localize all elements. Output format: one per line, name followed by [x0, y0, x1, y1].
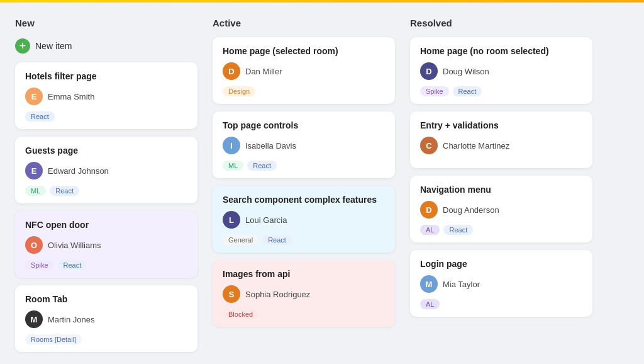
- card-user: DDan Miller: [223, 62, 385, 80]
- user-name: Emma Smith: [48, 92, 94, 101]
- user-name: Mia Taylor: [443, 280, 480, 289]
- card-top-page-controls[interactable]: Top page controlsIIsabella DavisMLReact: [213, 111, 395, 178]
- user-name: Edward Johnson: [48, 166, 109, 176]
- card-title: Home page (selected room): [223, 46, 385, 56]
- card-tags: Design: [223, 86, 385, 96]
- avatar: D: [223, 62, 240, 80]
- avatar: C: [420, 137, 438, 154]
- user-name: Doug Wilson: [443, 67, 489, 76]
- card-user: OOlivia Williams: [25, 236, 187, 254]
- card-user: EEmma Smith: [25, 88, 187, 105]
- tag: React: [453, 86, 482, 96]
- card-title: Guests page: [25, 145, 187, 156]
- card-search-complex[interactable]: Search component complex featuresLLoui G…: [213, 186, 395, 253]
- card-images-api[interactable]: Images from apiSSophia RodriguezBlocked: [213, 260, 395, 327]
- kanban-board: New + New item Hotels filter pageEEmma S…: [0, 0, 644, 364]
- card-entry-validations[interactable]: Entry + validationsCCharlotte Martinez: [410, 111, 592, 168]
- card-nfc-open-door[interactable]: NFC open doorOOlivia WilliamsSpikeReact: [15, 211, 197, 278]
- avatar: I: [223, 137, 240, 154]
- user-name: Dan Miller: [245, 67, 282, 76]
- new-item-label: New item: [35, 41, 72, 51]
- card-user: SSophia Rodriguez: [223, 285, 385, 303]
- avatar: E: [25, 162, 43, 179]
- tag: React: [247, 161, 277, 171]
- card-navigation-menu[interactable]: Navigation menuDDoug AndersonALReact: [410, 176, 592, 242]
- tag: React: [25, 111, 55, 122]
- card-guests-page[interactable]: Guests pageEEdward JohnsonMLReact: [15, 137, 197, 203]
- user-name: Martin Jones: [48, 315, 94, 324]
- tag: AL: [420, 299, 440, 309]
- card-title: Navigation menu: [420, 185, 582, 195]
- card-tags: GeneralReact: [223, 235, 385, 245]
- card-title: Search component complex features: [223, 195, 385, 205]
- card-room-tab[interactable]: Room TabMMartin JonesRooms [Detail]: [15, 285, 197, 352]
- card-user: MMartin Jones: [25, 310, 187, 328]
- user-name: Sophia Rodriguez: [245, 290, 310, 299]
- card-tags: MLReact: [25, 186, 187, 196]
- user-name: Isabella Davis: [245, 141, 296, 151]
- tag: Blocked: [223, 309, 258, 319]
- tag: General: [223, 235, 258, 245]
- card-user: CCharlotte Martinez: [420, 137, 582, 154]
- card-user: DDoug Anderson: [420, 201, 582, 219]
- new-item-button[interactable]: + New item: [15, 37, 197, 55]
- column-header-active: Active: [213, 15, 395, 30]
- card-title: Room Tab: [25, 294, 187, 304]
- user-name: Olivia Williams: [48, 241, 101, 250]
- card-user: DDoug Wilson: [420, 62, 582, 80]
- card-user: LLoui Garcia: [223, 211, 385, 229]
- user-name: Doug Anderson: [443, 205, 499, 215]
- card-tags: AL: [420, 299, 582, 309]
- card-tags: Rooms [Detail]: [25, 334, 187, 344]
- column-new: New + New item Hotels filter pageEEmma S…: [15, 15, 197, 351]
- card-title: Home page (no room selected): [420, 46, 582, 56]
- tag: Spike: [25, 260, 54, 270]
- card-home-selected[interactable]: Home page (selected room)DDan MillerDesi…: [213, 37, 395, 104]
- card-title: Login page: [420, 259, 582, 269]
- tag: Spike: [420, 86, 449, 96]
- card-user: EEdward Johnson: [25, 162, 187, 179]
- column-active: ActiveHome page (selected room)DDan Mill…: [213, 15, 395, 351]
- card-user: IIsabella Davis: [223, 137, 385, 154]
- card-title: Hotels filter page: [25, 71, 187, 81]
- card-login-page[interactable]: Login pageMMia TaylorAL: [410, 250, 592, 317]
- card-hotels-filter[interactable]: Hotels filter pageEEmma SmithReact: [15, 62, 197, 129]
- column-header-resolved: Resolved: [410, 15, 592, 30]
- card-title: Entry + validations: [420, 120, 582, 130]
- card-tags: Blocked: [223, 309, 385, 319]
- card-tags: SpikeReact: [420, 86, 582, 96]
- column-header-new: New: [15, 15, 197, 30]
- plus-icon: +: [15, 38, 30, 54]
- avatar: M: [25, 310, 43, 328]
- tag: Rooms [Detail]: [25, 334, 82, 344]
- avatar: E: [25, 88, 43, 105]
- tag: Design: [223, 86, 255, 96]
- avatar: O: [25, 236, 43, 254]
- card-title: Top page controls: [223, 120, 385, 130]
- avatar: S: [223, 285, 240, 303]
- card-title: Images from api: [223, 269, 385, 279]
- column-resolved: ResolvedHome page (no room selected)DDou…: [410, 15, 592, 351]
- tag: React: [443, 225, 473, 235]
- card-user: MMia Taylor: [420, 275, 582, 293]
- card-tags: ALReact: [420, 225, 582, 235]
- card-tags: MLReact: [223, 161, 385, 171]
- tag: AL: [420, 225, 440, 235]
- avatar: M: [420, 275, 438, 293]
- avatar: L: [223, 211, 240, 229]
- tag: React: [262, 235, 292, 245]
- user-name: Charlotte Martinez: [443, 141, 509, 151]
- card-tags: SpikeReact: [25, 260, 187, 270]
- user-name: Loui Garcia: [245, 215, 287, 225]
- card-tags: React: [25, 111, 187, 122]
- tag: ML: [25, 186, 46, 196]
- tag: React: [50, 186, 79, 196]
- card-home-no-room[interactable]: Home page (no room selected)DDoug Wilson…: [410, 37, 592, 104]
- avatar: D: [420, 62, 438, 80]
- avatar: D: [420, 201, 438, 219]
- tag: ML: [223, 161, 243, 171]
- tag: React: [58, 260, 87, 270]
- card-title: NFC open door: [25, 220, 187, 230]
